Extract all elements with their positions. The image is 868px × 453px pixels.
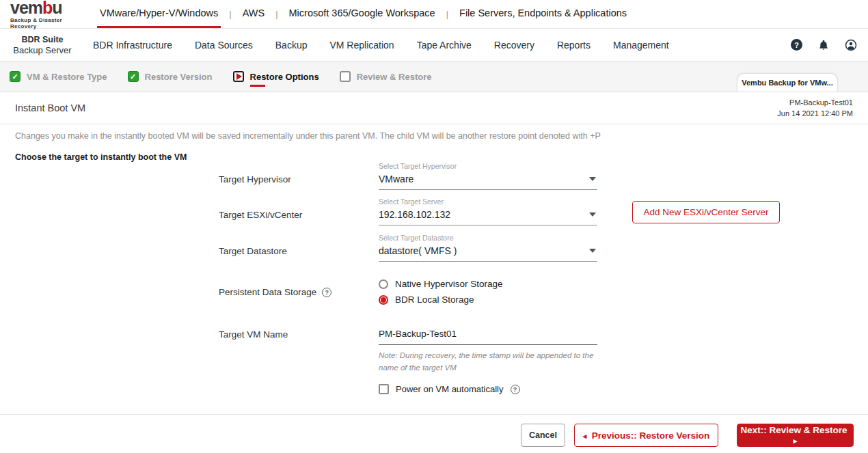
- power-on-vm-checkbox-row[interactable]: Power on VM automatically ?: [379, 384, 520, 394]
- dropdown-caret-icon: [589, 212, 596, 217]
- product-tab-vmware-hyperv-windows[interactable]: VMware/Hyper-V/Windows: [97, 0, 221, 28]
- step-restore-options[interactable]: Restore Options: [233, 71, 319, 82]
- help-icon[interactable]: ?: [791, 39, 802, 51]
- radio-label: BDR Local Storage: [395, 294, 474, 305]
- radio-selected-icon: [379, 295, 388, 305]
- notifications-bell-icon[interactable]: [818, 39, 829, 51]
- persistent-storage-options: Native Hypervisor Storage BDR Local Stor…: [379, 279, 503, 305]
- backup-timestamp: Jun 14 2021 12:40 PM: [777, 108, 853, 120]
- product-tab-file-servers[interactable]: File Servers, Endpoints & Applications: [457, 0, 629, 28]
- step-vm-restore-type[interactable]: ✓ VM & Restore Type: [10, 71, 107, 82]
- radio-unselected-icon: [379, 279, 388, 289]
- target-server-label: Target ESXi/vCenter: [219, 210, 302, 220]
- target-server-value: 192.168.102.132: [379, 209, 450, 220]
- dropdown-caret-icon: [589, 177, 596, 181]
- select-float-label: Select Target Server: [379, 197, 597, 206]
- product-tab-m365-google[interactable]: Microsoft 365/Google Workspace: [286, 0, 438, 28]
- page-title-bar: Instant Boot VM PM-Backup-Test01 Jun 14 …: [0, 92, 868, 124]
- appbar-icons: ?: [791, 39, 868, 51]
- persistent-storage-help-icon[interactable]: ?: [322, 288, 331, 297]
- product-nav: VMware/Hyper-V/Windows | AWS | Microsoft…: [97, 0, 629, 28]
- top-brand-bar: vembu Backup & Disaster Recovery VMware/…: [0, 0, 868, 29]
- nav-recovery[interactable]: Recovery: [494, 40, 534, 51]
- radio-native-hypervisor-storage[interactable]: Native Hypervisor Storage: [379, 279, 503, 289]
- backup-meta: PM-Backup-Test01 Jun 14 2021 12:40 PM: [777, 97, 853, 120]
- step-label: Review & Restore: [357, 72, 432, 82]
- nav-backup[interactable]: Backup: [275, 40, 308, 51]
- backup-name: PM-Backup-Test01: [777, 97, 853, 109]
- select-float-label: Select Target Datastore: [379, 234, 597, 242]
- vembu-logo[interactable]: vembu Backup & Disaster Recovery: [0, 0, 89, 28]
- checkbox-unchecked-icon: [379, 384, 389, 394]
- nav-vm-replication[interactable]: VM Replication: [329, 40, 394, 51]
- step-pending-checkbox-icon: [340, 71, 351, 82]
- target-vm-name-input[interactable]: [379, 329, 597, 345]
- power-on-help-icon[interactable]: ?: [511, 385, 520, 394]
- target-hypervisor-select[interactable]: Select Target Hypervisor VMware: [379, 162, 597, 190]
- wizard-footer: Cancel ◂ Previous:: Restore Version Next…: [0, 415, 868, 452]
- next-arrow-icon: ▸: [794, 437, 798, 445]
- power-on-label: Power on VM automatically: [396, 384, 504, 394]
- add-esxi-vcenter-server-button[interactable]: Add New ESXi/vCenter Server: [632, 201, 780, 223]
- nav-management[interactable]: Management: [613, 40, 669, 51]
- step-restore-version[interactable]: ✓ Restore Version: [128, 71, 213, 82]
- radio-bdr-local-storage[interactable]: BDR Local Storage: [379, 294, 503, 305]
- target-vm-name-label: Target VM Name: [219, 329, 288, 340]
- next-button[interactable]: Next:: Review & Restore ▸: [737, 424, 854, 447]
- suite-subtitle: Backup Server: [0, 45, 85, 55]
- brand-tagline: Backup & Disaster Recovery: [10, 17, 89, 29]
- context-tab-vembu-backup[interactable]: Vembu Backup for VMw...: [737, 73, 838, 92]
- target-datastore-select[interactable]: Select Target Datastore datastore( VMFS …: [379, 234, 597, 262]
- target-hypervisor-value: VMware: [379, 174, 413, 184]
- cancel-button[interactable]: Cancel: [521, 424, 565, 447]
- step-review-restore[interactable]: Review & Restore: [340, 71, 432, 82]
- step-complete-check-icon: ✓: [10, 71, 21, 82]
- app-menu: BDR Infrastructure Data Sources Backup V…: [93, 40, 669, 51]
- nav-data-sources[interactable]: Data Sources: [195, 40, 253, 51]
- persistent-storage-label-text: Persistent Data Storage: [219, 287, 316, 297]
- target-datastore-label: Target Datastore: [219, 246, 287, 256]
- previous-label: Previous:: Restore Version: [592, 430, 710, 441]
- next-label: Next:: Review & Restore: [741, 425, 847, 435]
- step-label: Restore Options: [250, 72, 319, 82]
- vm-name-note: Note: During recovery, the time stamp wi…: [379, 349, 596, 374]
- target-datastore-value: datastore( VMFS ): [379, 245, 457, 256]
- previous-button[interactable]: ◂ Previous:: Restore Version: [574, 424, 718, 447]
- wizard-steps-bar: ✓ VM & Restore Type ✓ Restore Version Re…: [0, 61, 868, 92]
- nav-separator: |: [438, 0, 457, 28]
- suite-title: BDR Suite: [0, 35, 85, 44]
- step-label: Restore Version: [145, 72, 213, 82]
- step-current-play-icon: [233, 71, 244, 82]
- step-complete-check-icon: ✓: [128, 71, 139, 82]
- restore-options-form: Changes you make in the instantly booted…: [0, 124, 868, 415]
- product-tab-aws[interactable]: AWS: [240, 0, 268, 28]
- vembu-wordmark: vembu: [10, 0, 89, 16]
- nav-separator: |: [267, 0, 286, 28]
- instant-boot-description: Changes you make in the instantly booted…: [15, 131, 601, 141]
- page-title: Instant Boot VM: [15, 102, 85, 113]
- nav-separator: |: [221, 0, 239, 28]
- radio-label: Native Hypervisor Storage: [395, 279, 503, 289]
- app-nav-bar: BDR Suite Backup Server BDR Infrastructu…: [0, 29, 868, 61]
- section-heading: Choose the target to instantly boot the …: [15, 152, 187, 162]
- nav-reports[interactable]: Reports: [557, 40, 591, 51]
- nav-bdr-infrastructure[interactable]: BDR Infrastructure: [93, 40, 172, 51]
- suite-badge[interactable]: BDR Suite Backup Server: [0, 35, 85, 55]
- target-server-select[interactable]: Select Target Server 192.168.102.132: [379, 197, 597, 225]
- step-label: VM & Restore Type: [27, 72, 107, 82]
- dropdown-caret-icon: [589, 249, 596, 253]
- persistent-storage-label: Persistent Data Storage ?: [219, 287, 331, 297]
- select-float-label: Select Target Hypervisor: [379, 162, 597, 170]
- previous-arrow-icon: ◂: [583, 432, 587, 440]
- nav-tape-archive[interactable]: Tape Archive: [417, 40, 472, 51]
- target-hypervisor-label: Target Hypervisor: [219, 174, 291, 184]
- user-account-icon[interactable]: [845, 39, 857, 51]
